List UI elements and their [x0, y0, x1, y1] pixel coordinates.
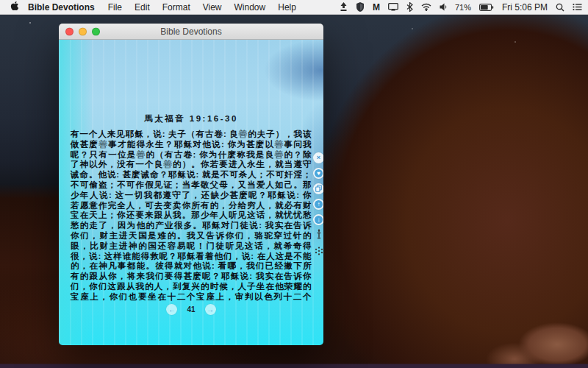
- traffic-lights: [65, 27, 100, 35]
- arrow-up-icon: ↑: [315, 200, 323, 208]
- volume-icon[interactable]: [440, 3, 447, 11]
- menu-clock[interactable]: Fri 5:06 PM: [502, 2, 548, 13]
- favorite-button[interactable]: ♥: [313, 168, 323, 179]
- previous-page-button[interactable]: ←: [166, 304, 177, 315]
- stars-decoration: [29, 22, 31, 24]
- close-window-button[interactable]: [65, 27, 74, 35]
- passage-text-line: 愁的走了，因为他的产业很多。耶稣对门徒说: 我实在告诉: [71, 221, 312, 231]
- menu-window[interactable]: Window: [234, 2, 266, 13]
- torch-icon: [315, 229, 323, 242]
- window-title-bar[interactable]: Bible Devotions: [59, 24, 323, 40]
- passage-text-line: 少年人说: 这一切我都遵守了，还缺少甚麽呢？耶稣说: 你: [71, 191, 312, 201]
- arrow-down-icon: ↓: [315, 216, 323, 224]
- display-mirroring-icon[interactable]: [388, 3, 398, 11]
- close-x-button[interactable]: ×: [313, 152, 323, 163]
- dots-cluster-icon: [315, 245, 323, 258]
- dots-cluster-button[interactable]: [313, 246, 323, 258]
- passage-text-line: 你们，财主进天国是难的。我又告诉你们，骆驼穿过针的: [71, 231, 312, 241]
- apple-logo-icon: [10, 1, 19, 13]
- close-x-icon: ×: [317, 155, 320, 161]
- scroll-down-button[interactable]: ↓: [313, 214, 323, 225]
- passage-text-line: 宝在天上；你还要来跟从我。那少年人听见这话，就忧忧愁: [71, 210, 312, 221]
- menu-view[interactable]: View: [203, 2, 222, 13]
- menu-format[interactable]: Format: [162, 2, 190, 13]
- passage-text-line: 的，在神凡事都能。彼得就对他说: 看哪，我们已经撇下所: [71, 261, 312, 272]
- bluetooth-icon[interactable]: [406, 2, 413, 12]
- apple-menu[interactable]: [10, 1, 19, 13]
- menu-bar-left: Bible Devotions File Edit Format View Wi…: [6, 1, 309, 13]
- arrow-left-icon: ←: [168, 306, 176, 314]
- up-arrow-bar-icon[interactable]: [340, 2, 348, 12]
- menu-edit[interactable]: Edit: [135, 2, 150, 13]
- passage-heading: 馬太福音 19:16-30: [59, 113, 323, 124]
- side-button-stack: × ♥ ↑ ↓: [313, 152, 323, 258]
- torch-button[interactable]: [313, 230, 323, 241]
- passage-text-line: 宝座上，你们也要坐在十二个宝座上，审判以色列十二个: [71, 292, 312, 302]
- battery-icon[interactable]: [479, 4, 494, 11]
- passage-text-line: 有一个人来见耶稣，说: 夫子（有古卷: 良善的夫子），我该: [71, 130, 312, 140]
- passage-text-line: 若愿意作完全人，可去变卖你所有的，分给穷人，就必有财: [71, 201, 312, 211]
- desktop: Bible Devotions File Edit Format View Wi…: [0, 0, 588, 368]
- notification-list-icon[interactable]: [573, 3, 582, 11]
- menu-help[interactable]: Help: [278, 2, 296, 13]
- page-navigation: ← 41 →: [59, 304, 323, 315]
- scroll-up-button[interactable]: ↑: [313, 199, 323, 210]
- passage-body: 有一个人来见耶稣，说: 夫子（有古卷: 良善的夫子），我该做甚麽善事才能得永生？…: [71, 130, 312, 302]
- passage-text-line: 有的跟从你，将来我们要得甚麽呢？耶稣说: 我实在告诉你: [71, 272, 312, 282]
- passage-text-line: 呢？只有一位是善的（有古卷: 你为什麽称我是良善的？除: [71, 150, 312, 160]
- arrow-right-icon: →: [207, 306, 214, 314]
- minimize-window-button[interactable]: [79, 27, 87, 35]
- passage-text-line: 了神以外，没有一个良善的）。你若要进入永生，就当遵守: [71, 160, 312, 170]
- menu-bar-status: M 71% Fri 5:06 PM: [340, 2, 582, 13]
- window-title: Bible Devotions: [160, 26, 221, 37]
- next-page-button[interactable]: →: [205, 304, 216, 315]
- window-content: 馬太福音 19:16-30 有一个人来见耶稣，说: 夫子（有古卷: 良善的夫子）…: [59, 40, 323, 345]
- copy-button[interactable]: [313, 183, 323, 194]
- passage-text-line: 诫命。他说: 甚麽诫命？耶稣说: 就是不可杀人；不可奸淫；: [71, 170, 312, 180]
- menu-app-name[interactable]: Bible Devotions: [28, 2, 95, 13]
- menu-bar: Bible Devotions File Edit Format View Wi…: [0, 0, 588, 15]
- wifi-icon[interactable]: [421, 3, 431, 11]
- zoom-window-button[interactable]: [92, 27, 100, 35]
- menu-file[interactable]: File: [108, 2, 122, 13]
- page-number: 41: [187, 305, 195, 314]
- passage-text-line: 很，说: 这样谁能得救呢？耶稣看着他们，说: 在人这是不能: [71, 252, 312, 262]
- bible-devotions-window: Bible Devotions 馬太福音 19:16-30 有一个人来见耶稣，说…: [59, 24, 323, 345]
- heart-icon: ♥: [315, 169, 323, 177]
- malwarebytes-m-icon[interactable]: M: [373, 2, 380, 13]
- shield-icon[interactable]: [356, 2, 365, 12]
- spotlight-search-icon[interactable]: [556, 3, 564, 12]
- passage-text-line: 做甚麽善事才能得永生？耶稣对他说: 你为甚麽以善事问我: [71, 140, 312, 150]
- passage-text-line: 眼，比财主进神的国还容易呢！门徒听见这话，就希奇得: [71, 241, 312, 252]
- passage-text-line: 不可偷盗；不可作假见证；当孝敬父母，又当爱人如己。那: [71, 180, 312, 191]
- battery-percent-label: 71%: [455, 3, 471, 12]
- copy-icon: [315, 185, 322, 194]
- passage-text-line: 们，你们这跟从我的人，到复兴的时候，人子坐在他荣耀的: [71, 282, 312, 292]
